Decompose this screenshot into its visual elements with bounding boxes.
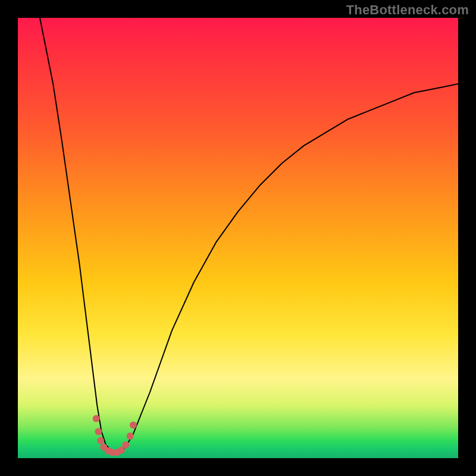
- svg-point-0: [93, 415, 100, 422]
- bottleneck-curve: [40, 18, 458, 452]
- plot-area: [18, 18, 458, 458]
- svg-point-2: [97, 437, 104, 444]
- svg-point-10: [130, 422, 137, 429]
- svg-point-1: [95, 428, 102, 436]
- svg-point-9: [127, 433, 134, 440]
- curve-layer: [18, 18, 458, 458]
- svg-point-8: [122, 441, 129, 449]
- watermark-label: TheBottleneck.com: [346, 2, 469, 18]
- chart-frame: TheBottleneck.com: [0, 0, 476, 476]
